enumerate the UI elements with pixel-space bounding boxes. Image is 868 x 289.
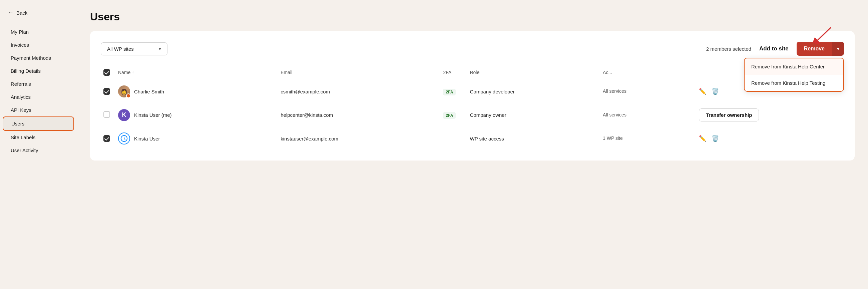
table-header-role: Role (467, 65, 600, 80)
checkbox-charlie[interactable] (103, 88, 110, 95)
table-row: Kinsta User kinstauser@example.com WP si… (101, 127, 844, 150)
avatar-kinsta-me: K (118, 109, 130, 121)
checkbox-kinsta-me[interactable] (103, 111, 110, 118)
row-2fa-charlie: 2FA (440, 80, 467, 103)
add-to-site-button[interactable]: Add to site (756, 46, 791, 52)
users-table: Name ↑ Email 2FA Role Ac... (101, 65, 844, 150)
2fa-badge-kinsta-me: 2FA (443, 112, 456, 119)
checkbox-kinsta-user[interactable] (103, 135, 110, 142)
row-actions-kinsta-me: Transfer ownership (696, 103, 844, 127)
site-select[interactable]: All WP sites ▾ (101, 42, 167, 55)
row-access-kinsta-user: 1 WP site (600, 127, 696, 150)
sidebar-item-user-activity[interactable]: User Activity (3, 144, 74, 157)
site-select-value: All WP sites (107, 46, 134, 52)
top-bar-right: 2 members selected Add to site (706, 42, 844, 56)
sidebar-item-referrals[interactable]: Referrals (3, 78, 74, 90)
sidebar-item-analytics[interactable]: Analytics (3, 90, 74, 104)
sidebar-item-site-labels[interactable]: Site Labels (3, 131, 74, 144)
table-header-email: Email (278, 65, 440, 80)
edit-icon-charlie[interactable]: ✏️ (699, 88, 706, 95)
content-card: All WP sites ▾ 2 members selected Add to… (90, 31, 855, 161)
back-button[interactable]: ← Back (0, 9, 77, 25)
row-name-charlie: 👩 Charlie Smith (116, 80, 278, 103)
row-checkbox-kinsta-me[interactable] (101, 103, 116, 127)
row-name-kinsta-user: Kinsta User (116, 127, 278, 150)
sidebar: ← Back My Plan Invoices Payment Methods … (0, 0, 77, 289)
remove-dropdown: Remove from Kinsta Help Center Remove fr… (744, 58, 844, 92)
sidebar-item-invoices[interactable]: Invoices (3, 38, 74, 51)
edit-icon-kinsta-user[interactable]: ✏️ (699, 135, 706, 142)
row-access-kinsta-me: All services (600, 103, 696, 127)
select-all-checkbox[interactable] (103, 69, 110, 76)
row-role-kinsta-user: WP site access (467, 127, 600, 150)
charlie-badge (126, 93, 131, 98)
chevron-down-icon: ▾ (837, 46, 839, 51)
row-role-kinsta-me: Company owner (467, 103, 600, 127)
back-label: Back (17, 10, 27, 16)
sidebar-item-api-keys[interactable]: API Keys (3, 104, 74, 116)
row-email-kinsta-user: kinstauser@example.com (278, 127, 440, 150)
back-arrow-icon: ← (8, 9, 14, 16)
transfer-ownership-button[interactable]: Transfer ownership (699, 109, 759, 121)
row-checkbox-kinsta-user[interactable] (101, 127, 116, 150)
row-actions-kinsta-user: ✏️ 🗑️ (696, 127, 844, 150)
svg-line-1 (818, 25, 831, 43)
table-row: K Kinsta User (me) helpcenter@kinsta.com… (101, 103, 844, 127)
avatar-charlie: 👩 (118, 85, 130, 97)
chevron-down-icon: ▾ (159, 47, 161, 51)
sidebar-item-payment-methods[interactable]: Payment Methods (3, 51, 74, 64)
table-header-name[interactable]: Name ↑ (116, 65, 278, 80)
top-bar: All WP sites ▾ 2 members selected Add to… (101, 42, 844, 56)
sidebar-item-users[interactable]: Users (3, 116, 74, 131)
sidebar-item-billing-details[interactable]: Billing Details (3, 64, 74, 78)
remove-dropdown-item-0[interactable]: Remove from Kinsta Help Center (745, 58, 843, 75)
trash-icon-charlie[interactable]: 🗑️ (712, 88, 719, 95)
remove-button[interactable]: Remove (797, 42, 832, 56)
table-header-2fa: 2FA (440, 65, 467, 80)
row-checkbox-charlie[interactable] (101, 80, 116, 103)
row-role-charlie: Company developer (467, 80, 600, 103)
page-title: Users (90, 11, 855, 23)
table-header-check (101, 65, 116, 80)
main-content: Users All WP sites ▾ 2 members selected … (77, 0, 868, 289)
row-name-kinsta-me: K Kinsta User (me) (116, 103, 278, 127)
row-email-charlie: csmith@example.com (278, 80, 440, 103)
avatar-kinsta-user (118, 133, 130, 144)
sidebar-item-my-plan[interactable]: My Plan (3, 25, 74, 38)
table-header-access: Ac... (600, 65, 696, 80)
members-selected-text: 2 members selected (706, 46, 751, 52)
trash-icon-kinsta-user[interactable]: 🗑️ (712, 135, 719, 142)
remove-dropdown-item-1[interactable]: Remove from Kinsta Help Testing (745, 75, 843, 91)
2fa-badge-charlie: 2FA (443, 89, 456, 95)
table-row: 👩 Charlie Smith csmith@example.com 2FA C… (101, 80, 844, 103)
row-access-charlie: All services (600, 80, 696, 103)
row-2fa-kinsta-user (440, 127, 467, 150)
remove-dropdown-toggle[interactable]: ▾ (832, 42, 844, 56)
remove-button-group: Remove ▾ Remove from Kinsta Help Center … (797, 42, 844, 56)
row-email-kinsta-me: helpcenter@kinsta.com (278, 103, 440, 127)
row-2fa-kinsta-me: 2FA (440, 103, 467, 127)
